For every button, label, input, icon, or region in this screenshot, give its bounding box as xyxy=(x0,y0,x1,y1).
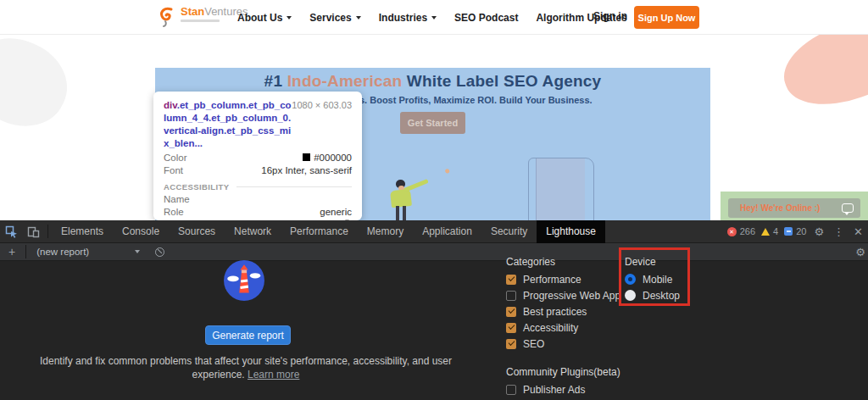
option-label: Progressive Web App xyxy=(523,290,620,302)
tab-sources[interactable]: Sources xyxy=(169,220,225,243)
tooltip-selector: div.et_pb_column.et_pb_column_4_4.et_pb_… xyxy=(164,99,292,150)
checkbox-unchecked-icon xyxy=(506,385,516,395)
chat-widget: Hey! We're Online :) xyxy=(721,192,868,220)
issues-badge[interactable]: 20 xyxy=(784,226,806,236)
selector-classes: .et_pb_column.et_pb_column_4_4.et_pb_col… xyxy=(164,100,292,148)
checkbox-checked-icon xyxy=(506,275,516,285)
issues-count: 20 xyxy=(796,226,806,236)
new-report-plus-icon[interactable]: + xyxy=(0,245,22,258)
hero-title-rest: White Label SEO Agency xyxy=(402,72,601,90)
clear-reports-icon[interactable] xyxy=(155,247,164,257)
radio-unselected-icon xyxy=(625,290,636,301)
inspect-element-icon[interactable] xyxy=(0,220,22,243)
tooltip-role-row: Role generic xyxy=(164,207,352,217)
tab-elements[interactable]: Elements xyxy=(52,220,113,243)
divider xyxy=(47,225,48,238)
device-section: Device Mobile Desktop xyxy=(625,256,680,306)
site-header: StanVentures About Us Services Industrie… xyxy=(0,0,868,35)
accessibility-section-header: ACCESSIBILITY xyxy=(164,182,352,192)
option-label: Desktop xyxy=(643,290,680,302)
checkbox-best-practices[interactable]: Best practices xyxy=(506,306,620,317)
get-started-button[interactable]: Get Started xyxy=(400,112,465,134)
devtools-tabs: Elements Console Sources Network Perform… xyxy=(52,220,605,243)
community-plugins-title: Community Plugins(beta) xyxy=(506,366,620,378)
checkbox-progressive-web-app[interactable]: Progressive Web App xyxy=(506,290,620,301)
nav-item-seo-podcast[interactable]: SEO Podcast xyxy=(454,12,518,24)
logo-swirl-icon xyxy=(158,6,176,28)
chat-online-pill[interactable]: Hey! We're Online :) xyxy=(728,198,860,218)
hero-title: #1 Indo-American White Label SEO Agency xyxy=(155,72,710,91)
report-name: (new report) xyxy=(36,247,89,257)
nav-item-industries[interactable]: Industries xyxy=(379,12,437,24)
device-title: Device xyxy=(625,256,680,268)
checkbox-checked-icon xyxy=(506,339,516,349)
hero-title-number: #1 xyxy=(264,72,283,90)
inspect-tooltip: div.et_pb_column.et_pb_column_4_4.et_pb_… xyxy=(153,92,362,220)
categories-section: Categories Performance Progressive Web A… xyxy=(506,256,620,354)
lighthouse-panel: Generate report Identify and fix common … xyxy=(0,261,868,400)
option-label: Accessibility xyxy=(523,322,578,334)
generate-report-button[interactable]: Generate report xyxy=(205,325,291,345)
sign-in-link[interactable]: Sign in xyxy=(593,10,627,22)
nav-item-services[interactable]: Services xyxy=(309,12,360,24)
site-logo[interactable]: StanVentures xyxy=(158,6,248,28)
chat-bubble-icon xyxy=(842,203,854,213)
device-toolbar-icon[interactable] xyxy=(22,220,44,243)
nav-label: Services xyxy=(309,12,351,24)
chevron-down-icon xyxy=(287,16,292,19)
radio-selected-icon xyxy=(625,274,636,285)
selector-tag: div xyxy=(164,100,177,110)
tooltip-name-row: Name xyxy=(164,194,352,204)
lighthouse-toolbar: + (new report) ⚙ xyxy=(0,243,868,261)
chevron-down-icon xyxy=(135,250,140,253)
role-value: generic xyxy=(320,207,352,217)
radio-desktop[interactable]: Desktop xyxy=(625,290,680,301)
tooltip-selector-row: div.et_pb_column.et_pb_column_4_4.et_pb_… xyxy=(164,99,352,150)
tooltip-keyboard-row: Keyboard-focusable xyxy=(164,219,352,220)
tab-console[interactable]: Console xyxy=(113,220,169,243)
tab-memory[interactable]: Memory xyxy=(358,220,413,243)
report-select-dropdown[interactable]: (new report) xyxy=(30,247,147,257)
devtools-status-cluster: 266 4 20 ⚙ ⋮ ✕ xyxy=(727,220,868,243)
sign-up-button[interactable]: Sign Up Now xyxy=(634,6,699,29)
warning-count: 4 xyxy=(773,226,778,236)
person-illustration xyxy=(382,180,433,220)
checkbox-accessibility[interactable]: Accessibility xyxy=(506,322,620,333)
checkbox-checked-icon xyxy=(506,323,516,333)
divider xyxy=(236,186,352,187)
checkbox-seo[interactable]: SEO xyxy=(506,338,620,349)
kebab-menu-icon[interactable]: ⋮ xyxy=(832,220,846,243)
settings-gear-icon[interactable]: ⚙ xyxy=(812,220,826,243)
hero-title-highlight: Indo-American xyxy=(282,72,402,90)
nav-label: Industries xyxy=(379,12,427,24)
tab-lighthouse[interactable]: Lighthouse xyxy=(537,220,605,243)
close-devtools-icon[interactable]: ✕ xyxy=(852,220,865,243)
logo-tagline xyxy=(181,19,220,22)
option-label: SEO xyxy=(523,338,544,350)
error-badge[interactable]: 266 xyxy=(727,226,755,236)
tab-network[interactable]: Network xyxy=(225,220,281,243)
person-body xyxy=(390,189,412,208)
keyboard-focusable-label: Keyboard-focusable xyxy=(164,219,250,220)
nav-item-about-us[interactable]: About Us xyxy=(237,12,292,24)
gray-blob-decoration xyxy=(0,24,81,142)
main-nav: About Us Services Industries SEO Podcast… xyxy=(237,0,627,35)
lighthouse-description: Identify and fix common problems that af… xyxy=(25,354,466,381)
tab-performance[interactable]: Performance xyxy=(281,220,358,243)
tab-security[interactable]: Security xyxy=(481,220,537,243)
option-label: Performance xyxy=(523,274,581,286)
person-arm xyxy=(403,179,429,192)
learn-more-link[interactable]: Learn more xyxy=(248,369,299,381)
person-hand xyxy=(444,169,450,175)
warning-badge[interactable]: 4 xyxy=(761,226,778,236)
description-text: Identify and fix common problems that af… xyxy=(40,355,452,381)
role-label: Role xyxy=(164,207,184,217)
warning-icon xyxy=(761,228,770,236)
checkbox-performance[interactable]: Performance xyxy=(506,274,620,285)
tab-application[interactable]: Application xyxy=(413,220,481,243)
checkbox-publisher-ads[interactable]: Publisher Ads xyxy=(506,384,620,395)
radio-mobile[interactable]: Mobile xyxy=(625,274,680,285)
laptop-illustration xyxy=(528,158,594,220)
chevron-down-icon xyxy=(356,16,361,19)
lighthouse-settings-gear-icon[interactable]: ⚙ xyxy=(854,241,868,264)
